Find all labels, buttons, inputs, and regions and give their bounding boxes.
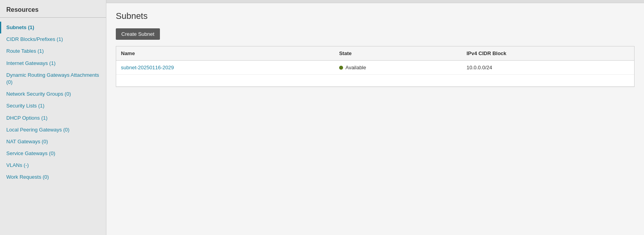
subnets-table: Name State IPv4 CIDR Block subnet-202501… <box>116 46 634 87</box>
sidebar-item-drg-attachments[interactable]: Dynamic Routing Gateways Attachments (0) <box>0 69 106 88</box>
top-bar <box>106 0 644 3</box>
sidebar-item-network-security-groups[interactable]: Network Security Groups (0) <box>0 88 106 100</box>
state-dot-icon <box>339 66 343 70</box>
subnet-name-link[interactable]: subnet-20250116-2029 <box>121 65 174 70</box>
table-header-row: Name State IPv4 CIDR Block <box>116 46 634 61</box>
table-row: subnet-20250116-2029Available10.0.0.0/24 <box>116 61 634 75</box>
sidebar-item-vlans[interactable]: VLANs (-) <box>0 159 106 171</box>
main-content: Subnets Create Subnet Name State IPv4 CI… <box>106 0 644 235</box>
sidebar-item-local-peering-gateways[interactable]: Local Peering Gateways (0) <box>0 124 106 136</box>
create-subnet-button[interactable]: Create Subnet <box>116 28 160 40</box>
content-area: Subnets Create Subnet Name State IPv4 CI… <box>106 3 644 95</box>
sidebar-item-subnets[interactable]: Subnets (1) <box>0 22 106 33</box>
sidebar-item-service-gateways[interactable]: Service Gateways (0) <box>0 148 106 159</box>
sidebar: Resources Subnets (1)CIDR Blocks/Prefixe… <box>0 0 106 235</box>
state-text: Available <box>345 65 366 70</box>
sidebar-item-dhcp-options[interactable]: DHCP Options (1) <box>0 112 106 124</box>
sidebar-item-internet-gateways[interactable]: Internet Gateways (1) <box>0 57 106 69</box>
sidebar-title: Resources <box>0 6 106 18</box>
column-ipv4-cidr: IPv4 CIDR Block <box>462 46 634 61</box>
page-title: Subnets <box>116 11 635 21</box>
sidebar-item-nat-gateways[interactable]: NAT Gateways (0) <box>0 136 106 148</box>
sidebar-item-cidr-blocks[interactable]: CIDR Blocks/Prefixes (1) <box>0 33 106 45</box>
table-empty-row <box>116 75 634 87</box>
sidebar-item-work-requests[interactable]: Work Requests (0) <box>0 171 106 183</box>
sidebar-item-security-lists[interactable]: Security Lists (1) <box>0 100 106 112</box>
column-name: Name <box>116 46 334 61</box>
subnet-cidr-cell: 10.0.0.0/24 <box>462 61 634 75</box>
column-state: State <box>334 46 462 61</box>
subnets-table-container: Name State IPv4 CIDR Block subnet-202501… <box>116 46 635 87</box>
subnet-state-cell: Available <box>334 61 462 75</box>
sidebar-item-route-tables[interactable]: Route Tables (1) <box>0 45 106 57</box>
